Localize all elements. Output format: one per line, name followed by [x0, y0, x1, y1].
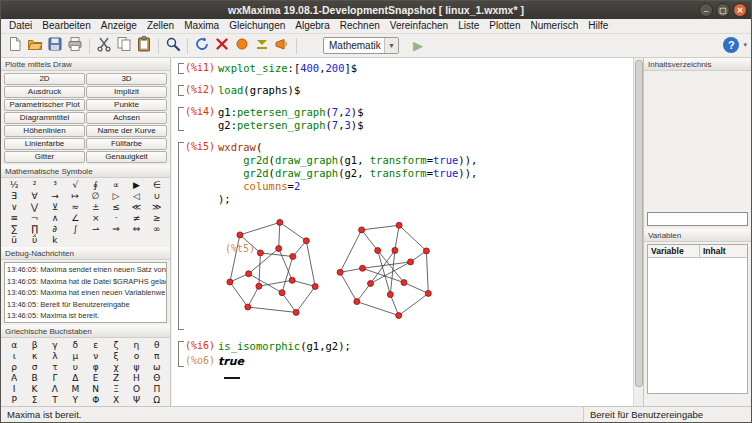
user-symbol-button[interactable]: k [45, 235, 65, 246]
code-line[interactable]: ); [218, 193, 633, 206]
greek-letter-button[interactable]: ο [126, 351, 146, 362]
draw-button-h-henlinien[interactable]: Höhenlinien [4, 125, 85, 137]
toc-pane-body[interactable] [644, 71, 751, 229]
greek-letter-button[interactable]: ν [86, 351, 106, 362]
worksheet-area[interactable]: (%i1)wxplot_size:[400,200]$(%i2)load(gra… [172, 58, 644, 406]
greek-letter-button[interactable]: Ε [86, 373, 106, 384]
worksheet-document[interactable]: (%i1)wxplot_size:[400,200]$(%i2)load(gra… [172, 58, 633, 406]
greek-letter-button[interactable]: Κ [24, 384, 44, 395]
symbol-button[interactable]: ∧ [45, 213, 65, 224]
draw-button-diagrammtitel[interactable]: Diagrammtitel [4, 112, 85, 124]
menu-item-anzeige[interactable]: Anzeige [96, 19, 142, 33]
symbol-button[interactable]: ∠ [65, 213, 85, 224]
greek-letter-button[interactable]: Α [4, 373, 24, 384]
symbol-button[interactable]: ¬ [24, 213, 44, 224]
cut-button[interactable] [94, 36, 114, 56]
greek-letter-button[interactable]: ζ [106, 340, 126, 351]
draw-button-parametrischer-plot[interactable]: Parametrischer Plot [4, 99, 85, 111]
draw-button-linienfarbe[interactable]: Linienfarbe [4, 138, 85, 150]
symbol-button[interactable]: ∃ [4, 191, 24, 202]
greek-letter-button[interactable]: λ [45, 351, 65, 362]
symbol-button[interactable]: ≡ [4, 213, 24, 224]
menu-item-rechnen[interactable]: Rechnen [335, 19, 385, 33]
menu-item-vereinfachen[interactable]: Vereinfachen [385, 19, 453, 33]
menu-item-gleichungen[interactable]: Gleichungen [224, 19, 290, 33]
menu-item-algebra[interactable]: Algebra [290, 19, 334, 33]
greek-letter-button[interactable]: Ι [4, 384, 24, 395]
symbols-pane-header[interactable]: Mathematische Symbole [1, 165, 170, 178]
chevron-down-icon[interactable]: ▼ [384, 38, 398, 53]
draw-button-3d[interactable]: 3D [86, 73, 167, 85]
evaluate-play-button[interactable]: ▶ [413, 38, 423, 53]
greek-letter-button[interactable]: ξ [106, 351, 126, 362]
menu-item-bearbeiten[interactable]: Bearbeiten [37, 19, 95, 33]
greek-pane-header[interactable]: Griechische Buchstaben [1, 325, 170, 338]
symbol-button[interactable]: ∏ [24, 224, 44, 235]
code-line[interactable]: load(graphs)$ [218, 84, 633, 97]
symbol-button[interactable]: → [45, 191, 65, 202]
worksheet-cell[interactable]: (%i4)g1:petersen_graph(7,2)$g2:petersen_… [178, 106, 633, 132]
greek-letter-button[interactable]: θ [147, 340, 167, 351]
greek-letter-button[interactable]: Δ [65, 373, 85, 384]
symbol-button[interactable]: ² [24, 180, 44, 191]
symbol-button[interactable]: ⇀ [86, 224, 106, 235]
show-messages-button[interactable] [272, 36, 292, 56]
symbol-button[interactable]: ◁ [126, 191, 146, 202]
greek-letter-button[interactable]: γ [45, 340, 65, 351]
close-button[interactable]: ✕ [733, 3, 747, 17]
greek-letter-button[interactable]: Σ [24, 395, 44, 406]
worksheet-cell[interactable]: (%i6)is_isomorphic(g1,g2);(%o6)true [178, 340, 633, 368]
symbol-button[interactable]: ∨ [4, 202, 24, 213]
minimize-button[interactable]: – [699, 3, 713, 17]
symbol-button[interactable]: ∫ [65, 224, 85, 235]
symbol-button[interactable]: ⇒ [106, 224, 126, 235]
draw-button-genauigkeit[interactable]: Genauigkeit [86, 151, 167, 163]
symbol-button[interactable]: · [106, 213, 126, 224]
greek-letter-button[interactable]: σ [24, 362, 44, 373]
code-line[interactable]: g2:petersen_graph(7,3)$ [218, 119, 633, 132]
draw-button-ausdruck[interactable]: Ausdruck [4, 86, 85, 98]
greek-letter-button[interactable]: Ζ [106, 373, 126, 384]
variables-table[interactable]: Variable Inhalt [647, 244, 748, 394]
symbol-button[interactable]: ≫ [147, 202, 167, 213]
menu-item-hilfe[interactable]: Hilfe [583, 19, 613, 33]
worksheet-cell[interactable]: (%i2)load(graphs)$ [178, 84, 633, 97]
menu-item-plotten[interactable]: Plotten [484, 19, 525, 33]
greek-letter-button[interactable]: Θ [147, 373, 167, 384]
symbol-button[interactable]: ▷ [106, 191, 126, 202]
greek-letter-button[interactable]: Ν [86, 384, 106, 395]
menu-item-zellen[interactable]: Zellen [142, 19, 179, 33]
greek-letter-button[interactable]: Ψ [126, 395, 146, 406]
draw-button-achsen[interactable]: Achsen [86, 112, 167, 124]
help-icon[interactable]: ? [723, 37, 739, 53]
menu-item-datei[interactable]: Datei [4, 19, 37, 33]
variables-pane-header[interactable]: Variablen [644, 229, 751, 242]
greek-letter-button[interactable]: β [24, 340, 44, 351]
draw-button-gitter[interactable]: Gitter [4, 151, 85, 163]
cell-bracket[interactable] [178, 107, 184, 131]
user-symbol-button[interactable]: ΰ [24, 235, 44, 246]
symbol-button[interactable]: × [86, 213, 106, 224]
symbol-button[interactable]: ∅ [86, 191, 106, 202]
greek-letter-button[interactable]: κ [24, 351, 44, 362]
symbol-button[interactable]: ≠ [126, 213, 146, 224]
draw-pane-header[interactable]: Plotte mittels Draw [1, 58, 170, 71]
symbol-button[interactable]: ↦ [65, 191, 85, 202]
greek-letter-button[interactable]: Ρ [4, 395, 24, 406]
greek-letter-button[interactable]: Β [24, 373, 44, 384]
scrollbar-thumb[interactable] [635, 60, 643, 387]
greek-letter-button[interactable]: φ [86, 362, 106, 373]
greek-letter-button[interactable]: Λ [45, 384, 65, 395]
save-file-button[interactable] [45, 36, 65, 56]
worksheet-cell[interactable]: (%i1)wxplot_size:[400,200]$ [178, 62, 633, 75]
cell-cursor[interactable] [224, 377, 240, 379]
greek-letter-button[interactable]: α [4, 340, 24, 351]
greek-letter-button[interactable]: ω [147, 362, 167, 373]
symbol-button[interactable]: ≈ [65, 202, 85, 213]
toc-pane-header[interactable]: Inhaltsverzeichnis [644, 58, 751, 71]
greek-letter-button[interactable]: Π [147, 384, 167, 395]
draw-button-implizit[interactable]: Implizit [86, 86, 167, 98]
menu-item-numerisch[interactable]: Numerisch [525, 19, 583, 33]
greek-letter-button[interactable]: δ [65, 340, 85, 351]
greek-letter-button[interactable]: Η [126, 373, 146, 384]
